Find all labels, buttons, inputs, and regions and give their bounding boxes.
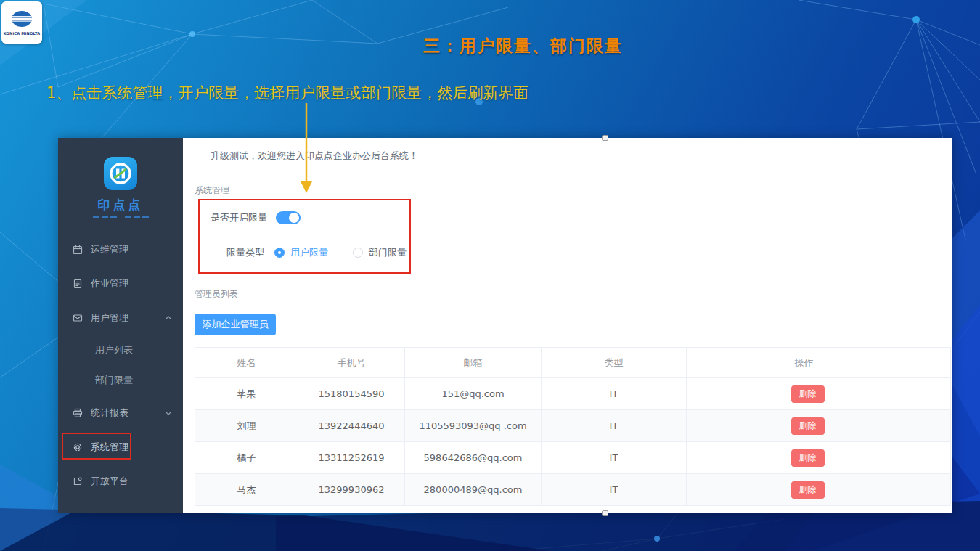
- app-logo-icon: [104, 157, 137, 190]
- sidebar-item-label: 开放平台: [91, 475, 128, 488]
- mail-icon: [73, 313, 83, 323]
- slide-title: 三：用户限量、部门限量: [423, 35, 623, 57]
- limit-type-label: 限量类型: [226, 246, 264, 259]
- radio-user-limit[interactable]: [274, 248, 285, 258]
- cell-name: 马杰: [195, 474, 298, 506]
- logo-tagline: [58, 216, 183, 218]
- printer-icon: [73, 408, 83, 418]
- cell-type: IT: [542, 410, 687, 442]
- sidebar-item-open-platform[interactable]: 开放平台: [58, 464, 183, 498]
- limit-toggle-row: 是否开启限量: [211, 211, 301, 224]
- cell-phone: 15180154590: [298, 378, 405, 410]
- cell-phone: 13299930962: [298, 474, 405, 506]
- selection-handle-top[interactable]: [602, 135, 608, 141]
- radio-dept-limit-label[interactable]: 部门限量: [369, 246, 407, 259]
- sidebar-item-ops[interactable]: 运维管理: [58, 232, 183, 266]
- sidebar-menu: 运维管理 用户管理 作业管理 用户管理 用户列表 部: [58, 232, 183, 498]
- table-header-row: 姓名 手机号 邮箱 类型 操作: [195, 348, 951, 378]
- header-name: 姓名: [195, 348, 298, 378]
- chevron-down-icon: [165, 411, 172, 415]
- delete-button[interactable]: 删除: [791, 385, 825, 403]
- cell-name: 橘子: [195, 442, 298, 474]
- instruction-text: 1、点击系统管理，开户限量，选择用户限量或部门限量，然后刷新界面: [46, 83, 528, 103]
- chevron-up-icon: [165, 316, 172, 320]
- cell-phone: 13922444640: [298, 410, 405, 442]
- cell-type: IT: [542, 474, 687, 506]
- selection-handle-bottom[interactable]: [602, 510, 608, 516]
- cell-email: 1105593093@qq .com: [405, 410, 542, 442]
- konica-minolta-logo: KONICA MINOLTA: [1, 1, 42, 44]
- table-row: 苹果 15180154590 151@qq.com IT 删除: [195, 378, 951, 410]
- admin-section-label: 管理员列表: [195, 288, 238, 301]
- sidebar-item-label: 统计报表: [91, 407, 128, 420]
- document-icon: [73, 279, 83, 289]
- header-action: 操作: [687, 348, 951, 378]
- sidebar-item-label: 系统管理: [91, 441, 128, 454]
- cell-type: IT: [542, 442, 687, 474]
- sidebar: 印点点 运维管理 用户管理 作业管理: [58, 138, 183, 513]
- sidebar-item-dept-limit[interactable]: 部门限量: [58, 365, 183, 396]
- cell-phone: 13311252619: [298, 442, 405, 474]
- admin-table: 姓名 手机号 邮箱 类型 操作 苹果 15180154590 151@qq.co…: [195, 347, 951, 506]
- open-platform-icon: [73, 476, 83, 486]
- header-type: 类型: [542, 348, 687, 378]
- add-admin-button[interactable]: 添加企业管理员: [195, 314, 276, 335]
- app-logo: 印点点: [58, 138, 183, 218]
- radio-user-limit-label[interactable]: 用户限量: [290, 246, 328, 259]
- system-section-label: 系统管理: [195, 184, 229, 197]
- limit-toggle-switch[interactable]: [276, 211, 301, 224]
- sidebar-item-label: 部门限量: [95, 374, 133, 387]
- sidebar-item-label: 用户列表: [95, 343, 133, 356]
- header-phone: 手机号: [298, 348, 405, 378]
- table-row: 刘理 13922444640 1105593093@qq .com IT 删除: [195, 410, 951, 442]
- cell-name: 刘理: [195, 410, 298, 442]
- cell-email: 151@qq.com: [405, 378, 542, 410]
- cell-email: 598642686@qq.com: [405, 442, 542, 474]
- app-logo-text: 印点点: [58, 197, 183, 213]
- cell-type: IT: [542, 378, 687, 410]
- sidebar-item-label: 作业管理: [91, 277, 128, 290]
- cell-email: 280000489@qq.com: [405, 474, 542, 506]
- sidebar-item-reports[interactable]: 统计报表: [58, 396, 183, 430]
- delete-button[interactable]: 删除: [791, 417, 825, 435]
- app-screenshot: 印点点 运维管理 用户管理 作业管理: [58, 138, 952, 513]
- toggle-knob: [289, 213, 299, 223]
- header-email: 邮箱: [405, 348, 542, 378]
- table-row: 橘子 13311252619 598642686@qq.com IT 删除: [195, 442, 951, 474]
- table-row: 马杰 13299930962 280000489@qq.com IT 删除: [195, 474, 951, 506]
- sidebar-item-label: 运维管理: [91, 243, 128, 256]
- delete-button[interactable]: 删除: [791, 449, 825, 467]
- sidebar-item-label: 用户管理: [91, 311, 128, 325]
- sidebar-item-users[interactable]: 用户管理: [58, 301, 183, 335]
- limit-type-row: 限量类型 用户限量 部门限量: [226, 246, 407, 259]
- sidebar-item-jobs[interactable]: 用户管理 作业管理: [58, 266, 183, 301]
- delete-button[interactable]: 删除: [791, 481, 825, 499]
- sidebar-item-system[interactable]: 系统管理: [58, 430, 183, 464]
- globe-icon: [9, 10, 35, 29]
- slide-canvas: { "slide": { "brand": "KONICA MINOLTA", …: [0, 0, 980, 551]
- limit-toggle-label: 是否开启限量: [211, 211, 267, 224]
- annotation-arrow: [298, 103, 315, 195]
- brand-text: KONICA MINOLTA: [4, 31, 41, 36]
- limit-settings-annotation-box: 是否开启限量 限量类型 用户限量 部门限量: [198, 199, 411, 274]
- cell-name: 苹果: [195, 378, 298, 410]
- gear-icon: [73, 442, 83, 452]
- calendar-icon: [73, 245, 83, 255]
- sidebar-item-user-list[interactable]: 用户列表: [58, 335, 183, 365]
- radio-dept-limit[interactable]: [353, 248, 363, 258]
